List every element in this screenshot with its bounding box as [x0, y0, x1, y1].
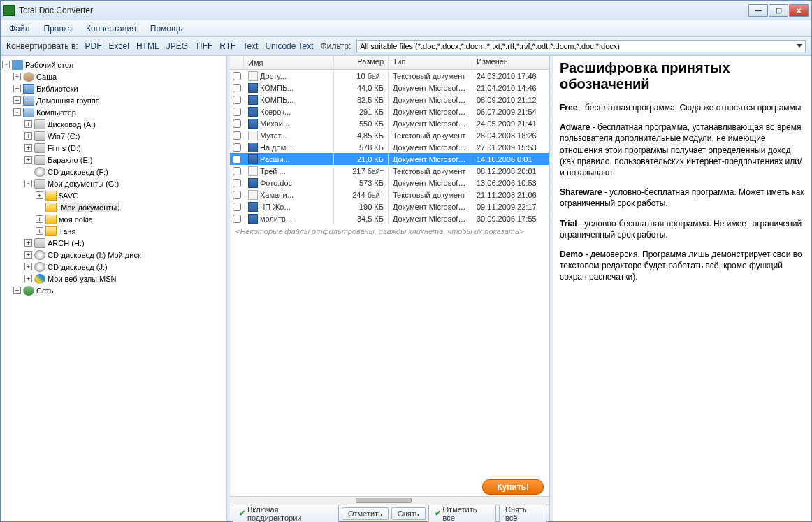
tree-item[interactable]: +$AVG [2, 189, 225, 201]
expand-icon[interactable]: + [24, 263, 32, 270]
file-row[interactable]: КОМПЬ...82,5 КБДокумент Microsoft ...08.… [230, 94, 549, 106]
menu-help[interactable]: Помощь [147, 22, 185, 35]
include-subdirs-button[interactable]: ✔Включая поддиректории [233, 503, 339, 523]
file-checkbox[interactable] [233, 131, 241, 140]
collapse-icon[interactable]: - [13, 108, 21, 116]
file-checkbox[interactable] [233, 179, 241, 187]
file-row[interactable]: Досту...10 байтТекстовый документ24.03.2… [230, 70, 549, 82]
format-tiff[interactable]: TIFF [195, 41, 212, 51]
tree-item[interactable]: +Саша [2, 71, 225, 82]
tree-item[interactable]: -Мои документы (G:) [2, 177, 225, 189]
tree-item[interactable]: +Сеть [2, 284, 225, 296]
expand-icon[interactable]: + [13, 287, 21, 294]
expand-icon[interactable]: + [13, 85, 21, 92]
file-name: Михаи... [260, 119, 289, 128]
uncheck-button[interactable]: Снять [391, 507, 426, 520]
tree-item[interactable]: -Рабочий стол [2, 59, 225, 71]
check-button[interactable]: Отметить [342, 507, 389, 520]
tree-item[interactable]: +Библиотеки [2, 82, 225, 94]
tree-item[interactable]: +Дисковод (A:) [2, 118, 225, 130]
tree-item[interactable]: +Домашняя группа [2, 94, 225, 106]
tree-item[interactable]: +Films (D:) [2, 142, 225, 154]
uncheck-all-button[interactable]: Снять всё [499, 503, 546, 523]
menu-file[interactable]: Файл [6, 22, 33, 35]
file-checkbox[interactable] [233, 155, 241, 164]
file-row[interactable]: Михаи...550 КБДокумент Microsoft ...24.0… [230, 117, 549, 129]
file-row[interactable]: На дом...578 КБДокумент Microsoft ...27.… [230, 141, 549, 153]
tree-item[interactable]: +Мои веб-узлы MSN [2, 273, 225, 284]
file-checkbox[interactable] [233, 96, 241, 104]
expand-icon[interactable]: + [24, 156, 32, 164]
expand-icon[interactable]: + [36, 215, 43, 223]
tree-item[interactable]: +CD-дисковод (J:) [2, 261, 225, 273]
file-row[interactable]: КОМПЬ...44,0 КБДокумент Microsoft ...21.… [230, 82, 549, 94]
expand-icon[interactable]: + [24, 144, 32, 152]
column-type[interactable]: Тип [389, 56, 472, 69]
file-checkbox[interactable] [233, 84, 241, 92]
file-list[interactable]: Досту...10 байтТекстовый документ24.03.2… [230, 70, 549, 478]
menu-edit[interactable]: Правка [41, 22, 75, 35]
format-rtf[interactable]: RTF [219, 41, 235, 51]
expand-icon[interactable]: + [24, 120, 32, 128]
column-size[interactable]: Размер [334, 56, 389, 69]
expand-icon[interactable]: + [13, 73, 21, 80]
filter-dropdown[interactable]: All suitable files (*.doc,*.docx,*.docm,… [356, 40, 806, 52]
tree-item[interactable]: Мои документы [2, 201, 225, 213]
file-checkbox[interactable] [233, 167, 241, 175]
buy-button[interactable]: Купить! [482, 479, 544, 495]
minimize-button[interactable]: — [748, 4, 768, 17]
expand-icon[interactable]: + [36, 191, 43, 199]
file-checkbox[interactable] [233, 72, 241, 80]
tree-item[interactable]: +моя nokia [2, 213, 225, 225]
expand-icon[interactable]: + [13, 96, 21, 104]
file-checkbox[interactable] [233, 143, 241, 152]
tree-item[interactable]: +ARCH (H:) [2, 237, 225, 249]
file-row[interactable]: Ксерок...291 КБДокумент Microsoft ...06.… [230, 106, 549, 117]
file-checkbox[interactable] [233, 203, 241, 211]
check-all-button[interactable]: ✔Отметить все [428, 503, 496, 523]
file-checkbox[interactable] [233, 119, 241, 128]
tree-item[interactable]: +Барахло (E:) [2, 154, 225, 166]
expand-icon[interactable]: + [24, 275, 32, 282]
folder-tree[interactable]: -Рабочий стол+Саша+Библиотеки+Домашняя г… [1, 56, 227, 521]
menu-convert[interactable]: Конвертация [83, 22, 139, 35]
tree-item[interactable]: -Компьютер [2, 106, 225, 118]
collapse-icon[interactable]: - [2, 61, 10, 68]
file-checkbox[interactable] [233, 108, 241, 116]
tree-item[interactable]: +Таня [2, 225, 225, 237]
column-modified[interactable]: Изменен [472, 56, 549, 69]
format-unicode[interactable]: Unicode Text [265, 41, 313, 51]
tree-item[interactable]: +Win7 (C:) [2, 130, 225, 142]
doc-file-icon [248, 95, 258, 105]
format-jpeg[interactable]: JPEG [166, 41, 188, 51]
file-checkbox[interactable] [233, 191, 241, 199]
file-row[interactable]: Мутат...4,85 КБТекстовый документ28.04.2… [230, 129, 549, 141]
expand-icon[interactable]: + [24, 132, 32, 140]
desktop-icon [12, 60, 23, 70]
file-row[interactable]: молитв...34,5 КБДокумент Microsoft ...30… [230, 212, 549, 224]
file-row[interactable]: ЧП Жо...190 КБДокумент Microsoft ...09.1… [230, 201, 549, 212]
file-name: Фото.doc [260, 179, 292, 187]
expand-icon[interactable]: + [36, 227, 43, 235]
expand-icon[interactable]: + [24, 239, 32, 247]
file-row[interactable]: Хамачи...244 байтТекстовый документ21.11… [230, 189, 549, 201]
tree-item[interactable]: CD-дисковод (F:) [2, 166, 225, 177]
format-pdf[interactable]: PDF [85, 41, 102, 51]
column-name[interactable]: Имя [244, 56, 334, 69]
filter-note[interactable]: <Некоторые файлы отфильтрованы, дважды к… [230, 224, 549, 238]
tree-item[interactable]: +CD-дисковод (I:) Мой диск [2, 249, 225, 261]
file-row[interactable]: Расши...21,0 КБДокумент Microsoft ...14.… [230, 153, 549, 165]
file-row[interactable]: Фото.doc573 КБДокумент Microsoft ...13.0… [230, 177, 549, 189]
format-excel[interactable]: Excel [109, 41, 129, 51]
format-text[interactable]: Text [242, 41, 258, 51]
expand-icon[interactable]: + [24, 251, 32, 259]
maximize-button[interactable]: ☐ [769, 4, 788, 17]
format-html[interactable]: HTML [136, 41, 159, 51]
scrollbar-thumb[interactable] [356, 498, 412, 503]
collapse-icon[interactable]: - [24, 180, 32, 187]
file-checkbox[interactable] [233, 215, 241, 223]
close-button[interactable]: ✕ [789, 4, 809, 17]
file-row[interactable]: Трей ...217 байтТекстовый документ08.12.… [230, 165, 549, 177]
horizontal-scrollbar[interactable] [230, 496, 549, 505]
file-modified: 14.10.2006 0:01 [472, 154, 549, 165]
